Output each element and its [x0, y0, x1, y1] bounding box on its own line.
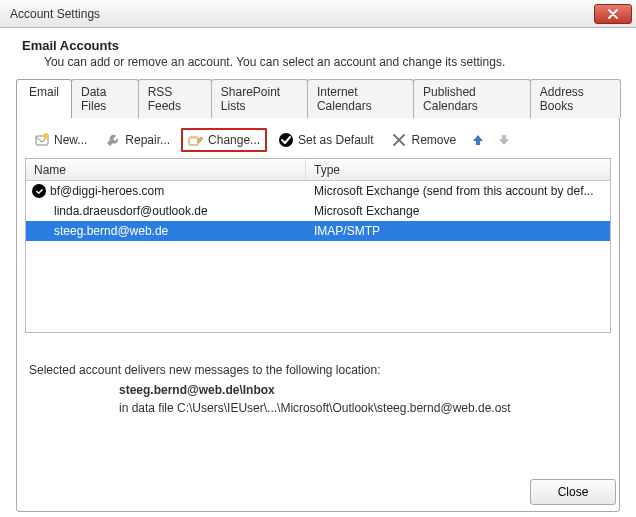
new-button[interactable]: New...	[27, 128, 94, 152]
repair-label: Repair...	[125, 133, 170, 147]
tab-data-files[interactable]: Data Files	[71, 79, 139, 118]
account-name: linda.draeusdorf@outlook.de	[54, 204, 208, 218]
move-down-button[interactable]	[493, 128, 515, 152]
column-name[interactable]: Name	[26, 159, 306, 180]
header-subtitle: You can add or remove an account. You ca…	[44, 55, 614, 69]
header: Email Accounts You can add or remove an …	[0, 28, 636, 79]
account-name: bf@diggi-heroes.com	[50, 184, 164, 198]
tab-rss-feeds[interactable]: RSS Feeds	[138, 79, 212, 118]
tab-address-books[interactable]: Address Books	[530, 79, 621, 118]
default-account-icon	[32, 184, 46, 198]
move-up-button[interactable]	[467, 128, 489, 152]
tab-published-calendars[interactable]: Published Calendars	[413, 79, 531, 118]
set-default-button[interactable]: Set as Default	[271, 128, 380, 152]
tab-sharepoint-lists[interactable]: SharePoint Lists	[211, 79, 308, 118]
header-title: Email Accounts	[22, 38, 614, 53]
svg-rect-3	[189, 137, 198, 139]
account-row[interactable]: steeg.bernd@web.de IMAP/SMTP	[26, 221, 610, 241]
change-button[interactable]: Change...	[181, 128, 267, 152]
arrow-up-icon	[470, 132, 486, 148]
accounts-list: Name Type bf@diggi-heroes.com Microsoft …	[25, 158, 611, 333]
change-label: Change...	[208, 133, 260, 147]
list-body: bf@diggi-heroes.com Microsoft Exchange (…	[26, 181, 610, 241]
change-icon	[188, 132, 204, 148]
tab-strip: Email Data Files RSS Feeds SharePoint Li…	[16, 79, 620, 118]
close-button[interactable]: Close	[530, 479, 616, 505]
title-bar: Account Settings	[0, 0, 636, 28]
repair-icon	[105, 132, 121, 148]
toolbar: New... Repair... Change... Set as Defaul…	[25, 126, 611, 158]
repair-button[interactable]: Repair...	[98, 128, 177, 152]
set-default-icon	[278, 132, 294, 148]
tab-internet-calendars[interactable]: Internet Calendars	[307, 79, 414, 118]
account-type: Microsoft Exchange	[306, 204, 610, 218]
account-row[interactable]: bf@diggi-heroes.com Microsoft Exchange (…	[26, 181, 610, 201]
tab-email[interactable]: Email	[16, 79, 72, 118]
account-type: Microsoft Exchange (send from this accou…	[306, 184, 610, 198]
location-folder: steeg.bernd@web.de\Inbox	[119, 383, 607, 397]
account-row[interactable]: linda.draeusdorf@outlook.de Microsoft Ex…	[26, 201, 610, 221]
tab-body: New... Repair... Change... Set as Defaul…	[16, 117, 620, 512]
svg-point-1	[43, 133, 49, 139]
tab-panel: Email Data Files RSS Feeds SharePoint Li…	[16, 79, 620, 512]
set-default-label: Set as Default	[298, 133, 373, 147]
remove-label: Remove	[411, 133, 456, 147]
remove-button[interactable]: Remove	[384, 128, 463, 152]
remove-icon	[391, 132, 407, 148]
column-type[interactable]: Type	[306, 159, 610, 180]
arrow-down-icon	[496, 132, 512, 148]
window-title: Account Settings	[10, 7, 100, 21]
new-label: New...	[54, 133, 87, 147]
window-close-button[interactable]	[594, 4, 632, 24]
new-icon	[34, 132, 50, 148]
account-type: IMAP/SMTP	[306, 224, 610, 238]
close-icon	[607, 8, 619, 20]
dialog-footer: Close	[530, 479, 616, 505]
location-info: Selected account delivers new messages t…	[25, 333, 611, 415]
location-file: in data file C:\Users\IEUser\...\Microso…	[119, 401, 607, 415]
location-intro: Selected account delivers new messages t…	[29, 363, 607, 377]
list-header: Name Type	[26, 159, 610, 181]
account-name: steeg.bernd@web.de	[54, 224, 168, 238]
